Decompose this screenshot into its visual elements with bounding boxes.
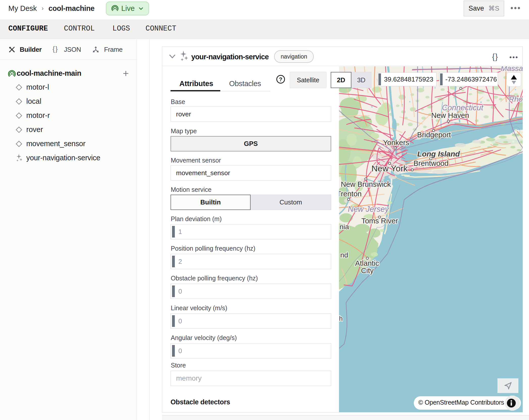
svg-text:Toms River: Toms River — [361, 217, 398, 225]
svg-text:Long Island: Long Island — [417, 150, 460, 158]
svg-text:New Brunswick: New Brunswick — [341, 180, 391, 188]
svg-text:City: City — [361, 267, 374, 275]
svg-text:New Haven: New Haven — [431, 111, 469, 119]
svg-text:Atlantic: Atlantic — [355, 259, 379, 267]
svg-text:?: ? — [279, 76, 282, 83]
svg-text:New York: New York — [371, 164, 408, 173]
svg-text:Trenton: Trenton — [339, 190, 362, 198]
svg-text:Bridgeport: Bridgeport — [417, 131, 451, 139]
svg-text:Massachu: Massachu — [501, 66, 523, 72]
svg-text:Brentwood: Brentwood — [414, 159, 449, 167]
svg-text:Yonkers: Yonkers — [383, 139, 409, 147]
svg-text:Rhode: Rhode — [509, 95, 523, 103]
svg-text:nd: nd — [340, 251, 348, 259]
svg-text:nia: nia — [340, 223, 349, 231]
svg-text:New Jersey: New Jersey — [348, 205, 389, 214]
svg-text:h: h — [339, 315, 343, 322]
svg-text:Connecticut: Connecticut — [442, 103, 484, 112]
